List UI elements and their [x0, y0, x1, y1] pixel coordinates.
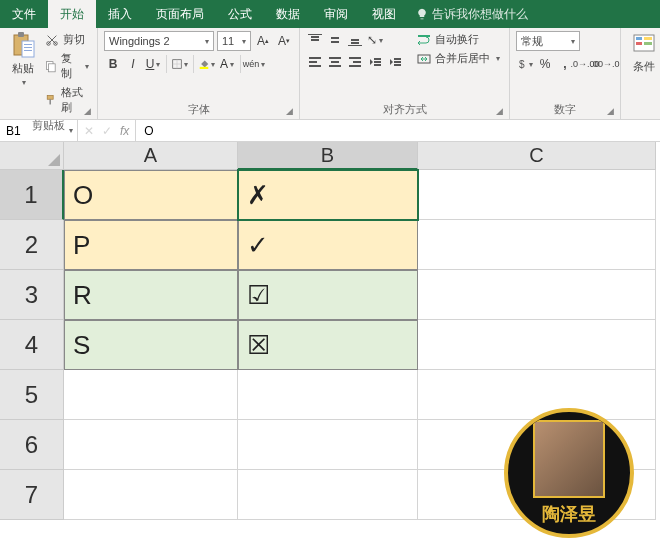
- fill-color-button[interactable]: ▾: [198, 55, 216, 73]
- cell-A6[interactable]: [64, 420, 238, 470]
- tab-file[interactable]: 文件: [0, 0, 48, 28]
- row-header-5[interactable]: 5: [0, 370, 64, 420]
- avatar-badge: 陶泽昱: [504, 408, 634, 538]
- wrap-text-button[interactable]: 自动换行: [414, 31, 503, 48]
- cell-B1[interactable]: ✗: [238, 170, 418, 220]
- cell-B4[interactable]: ☒: [238, 320, 418, 370]
- row-header-2[interactable]: 2: [0, 220, 64, 270]
- svg-rect-27: [329, 57, 341, 59]
- border-button[interactable]: ▾: [171, 55, 189, 73]
- cell-B3[interactable]: ☑: [238, 270, 418, 320]
- copy-icon: [45, 59, 57, 73]
- cell-B5[interactable]: [238, 370, 418, 420]
- pinyin-button[interactable]: wén▾: [245, 55, 263, 73]
- svg-rect-26: [309, 65, 321, 67]
- dialog-launcher-icon[interactable]: ◢: [607, 106, 617, 116]
- cell-C4[interactable]: [418, 320, 656, 370]
- orientation-button[interactable]: ⤡▾: [366, 31, 384, 49]
- font-size-combo[interactable]: 11▾: [217, 31, 251, 51]
- paste-button[interactable]: 粘贴 ▾: [6, 31, 39, 116]
- increase-indent-button[interactable]: [386, 53, 404, 71]
- svg-rect-10: [47, 96, 53, 100]
- group-alignment: ⤡▾ 自动换行 合并后居中▾: [300, 28, 510, 119]
- cell-B6[interactable]: [238, 420, 418, 470]
- tab-home[interactable]: 开始: [48, 0, 96, 28]
- cell-A4[interactable]: S: [64, 320, 238, 370]
- tab-insert[interactable]: 插入: [96, 0, 144, 28]
- svg-rect-18: [311, 39, 319, 41]
- copy-button[interactable]: 复制▾: [43, 50, 91, 82]
- formula-input[interactable]: O: [136, 120, 660, 141]
- cell-C1[interactable]: [418, 170, 656, 220]
- select-all-button[interactable]: [0, 142, 64, 170]
- number-format-combo[interactable]: 常规▾: [516, 31, 580, 51]
- align-top-button[interactable]: [306, 31, 324, 49]
- align-bottom-button[interactable]: [346, 31, 364, 49]
- font-color-button[interactable]: A▾: [218, 55, 236, 73]
- brush-icon: [45, 93, 57, 107]
- column-header-A[interactable]: A: [64, 142, 238, 170]
- group-label-font: 字体: [104, 100, 293, 117]
- svg-rect-1: [18, 32, 24, 37]
- svg-rect-17: [311, 36, 319, 38]
- tab-page-layout[interactable]: 页面布局: [144, 0, 216, 28]
- fx-icon[interactable]: fx: [120, 124, 129, 138]
- svg-rect-46: [644, 42, 652, 45]
- row-header-3[interactable]: 3: [0, 270, 64, 320]
- svg-rect-15: [200, 67, 209, 69]
- avatar-portrait: [533, 420, 605, 498]
- cell-A2[interactable]: P: [64, 220, 238, 270]
- align-center-button[interactable]: [326, 53, 344, 71]
- conditional-format-button[interactable]: 条件: [627, 31, 660, 74]
- cell-A1[interactable]: O: [64, 170, 238, 220]
- group-label-number: 数字: [516, 100, 614, 117]
- align-left-button[interactable]: [306, 53, 324, 71]
- cell-B2[interactable]: ✓: [238, 220, 418, 270]
- name-box[interactable]: B1▾: [0, 120, 78, 141]
- group-label-alignment: 对齐方式: [306, 100, 503, 117]
- underline-button[interactable]: U▾: [144, 55, 162, 73]
- dialog-launcher-icon[interactable]: ◢: [286, 106, 296, 116]
- dialog-launcher-icon[interactable]: ◢: [496, 106, 506, 116]
- svg-text:$: $: [519, 59, 525, 70]
- cell-A7[interactable]: [64, 470, 238, 520]
- tab-data[interactable]: 数据: [264, 0, 312, 28]
- tab-formulas[interactable]: 公式: [216, 0, 264, 28]
- cell-C3[interactable]: [418, 270, 656, 320]
- decrease-indent-button[interactable]: [366, 53, 384, 71]
- percent-button[interactable]: %: [536, 55, 554, 73]
- tell-me-label: 告诉我你想做什么: [432, 6, 528, 23]
- cell-B7[interactable]: [238, 470, 418, 520]
- row-header-1[interactable]: 1: [0, 170, 64, 220]
- row-header-7[interactable]: 7: [0, 470, 64, 520]
- svg-rect-24: [309, 57, 321, 59]
- dialog-launcher-icon[interactable]: ◢: [84, 106, 94, 116]
- font-name-combo[interactable]: Wingdings 2▾: [104, 31, 214, 51]
- cut-button[interactable]: 剪切: [43, 31, 91, 48]
- tell-me-search[interactable]: 告诉我你想做什么: [408, 0, 536, 28]
- ribbon-tabs: 文件 开始 插入 页面布局 公式 数据 审阅 视图 告诉我你想做什么: [0, 0, 660, 28]
- group-clipboard: 粘贴 ▾ 剪切 复制▾ 格式刷 剪贴板 ◢: [0, 28, 98, 119]
- row-header-4[interactable]: 4: [0, 320, 64, 370]
- svg-rect-3: [24, 44, 32, 45]
- row-header-6[interactable]: 6: [0, 420, 64, 470]
- column-header-C[interactable]: C: [418, 142, 656, 170]
- decrease-decimal-button[interactable]: .00→.0: [596, 55, 614, 73]
- decrease-font-button[interactable]: A▾: [275, 32, 293, 50]
- tab-review[interactable]: 审阅: [312, 0, 360, 28]
- cell-A3[interactable]: R: [64, 270, 238, 320]
- increase-font-button[interactable]: A▴: [254, 32, 272, 50]
- svg-rect-32: [349, 65, 361, 67]
- cell-C2[interactable]: [418, 220, 656, 270]
- bold-button[interactable]: B: [104, 55, 122, 73]
- currency-icon: $: [517, 57, 527, 71]
- accounting-format-button[interactable]: $▾: [516, 55, 534, 73]
- align-right-button[interactable]: [346, 53, 364, 71]
- cell-A5[interactable]: [64, 370, 238, 420]
- cell-C5[interactable]: [418, 370, 656, 420]
- align-middle-button[interactable]: [326, 31, 344, 49]
- merge-center-button[interactable]: 合并后居中▾: [414, 50, 503, 67]
- column-header-B[interactable]: B: [238, 142, 418, 170]
- tab-view[interactable]: 视图: [360, 0, 408, 28]
- italic-button[interactable]: I: [124, 55, 142, 73]
